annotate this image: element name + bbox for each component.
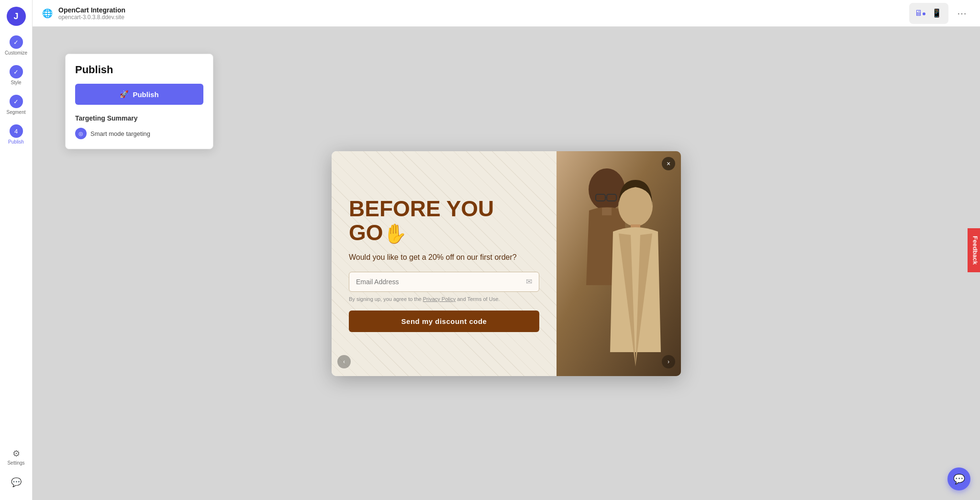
device-toggle: 🖥 📱 [909,3,948,24]
sidebar-item-publish[interactable]: 4 Publish [0,120,32,149]
close-icon: × [667,160,670,167]
sidebar-item-chat[interactable]: 💬 [0,472,32,492]
privacy-text: By signing up, you agree to the Privacy … [349,296,539,303]
checkmark-icon-segment: ✓ [13,98,19,105]
topbar: 🌐 OpenCart Integration opencart-3.0.3.8.… [33,0,980,27]
modal-next-arrow[interactable]: › [662,355,675,368]
site-title: OpenCart Integration [58,6,903,14]
email-input-row: ✉ [349,272,539,292]
chat-icon: 💬 [11,477,22,488]
preview-canvas: Publish 🚀 Publish Targeting Summary ◎ Sm… [33,27,980,500]
arrow-right-icon: › [668,358,669,365]
publish-panel-title: Publish [75,64,203,76]
segment-step-icon: ✓ [10,95,23,108]
settings-icon: ⚙ [12,448,20,459]
submit-label: Send my discount code [401,317,487,325]
targeting-summary-title: Targeting Summary [75,114,203,122]
email-icon: ✉ [519,277,539,286]
modal-subtext: Would you like to get a 20% off on our f… [349,252,539,263]
mobile-view-btn[interactable]: 📱 [929,5,947,22]
desktop-view-btn[interactable]: 🖥 [911,5,928,22]
site-url: opencart-3.0.3.8.ddev.site [58,14,903,21]
checkmark-icon: ✓ [13,39,19,46]
main-area: 🌐 OpenCart Integration opencart-3.0.3.8.… [33,0,980,500]
publish-step-icon: 4 [10,124,23,138]
sidebar-label-customize: Customize [5,50,27,56]
settings-label: Settings [7,460,24,466]
feedback-label: Feedback [972,236,979,265]
sidebar-item-settings[interactable]: ⚙ Settings [0,444,32,470]
desktop-icon: 🖥 [914,9,923,18]
feedback-button[interactable]: Feedback [968,228,980,272]
more-icon: ⋯ [957,8,967,19]
couple-illustration [557,151,681,376]
globe-icon: 🌐 [42,8,53,19]
svg-rect-5 [602,208,612,215]
modal-prev-arrow[interactable]: ‹ [337,355,351,368]
chat-bubble-icon: 💬 [953,473,965,485]
target-dot-icon: ◎ [78,131,83,137]
topbar-actions: 🖥 📱 ⋯ [909,3,970,24]
more-options-btn[interactable]: ⋯ [953,5,970,22]
modal-heading-line1: BEFORE YOU [349,196,494,221]
publish-step-number: 4 [14,128,18,135]
sidebar-bottom: ⚙ Settings 💬 [0,444,32,500]
modal-left-panel: BEFORE YOU GO✋ Would you like to get a 2… [332,151,557,376]
sidebar-label-segment: Segment [6,110,25,115]
modal-heading: BEFORE YOU GO✋ [349,197,539,245]
targeting-icon: ◎ [75,128,87,139]
modal-emoji: ✋ [383,223,407,244]
publish-btn-label: Publish [133,90,158,99]
popup-modal: BEFORE YOU GO✋ Would you like to get a 2… [332,151,681,376]
submit-discount-button[interactable]: Send my discount code [349,311,539,332]
modal-close-button[interactable]: × [662,157,675,170]
mobile-icon: 📱 [932,8,942,18]
topbar-title-group: OpenCart Integration opencart-3.0.3.8.dd… [58,6,903,21]
rocket-icon: 🚀 [120,90,129,99]
publish-panel: Publish 🚀 Publish Targeting Summary ◎ Sm… [65,54,213,149]
modal-right-panel [557,151,681,376]
sidebar-label-style: Style [11,80,21,85]
arrow-left-icon: ‹ [343,358,345,365]
couple-image [557,151,681,376]
publish-button[interactable]: 🚀 Publish [75,84,203,105]
customize-step-icon: ✓ [10,35,23,49]
checkmark-icon-style: ✓ [13,68,19,76]
email-input[interactable] [349,272,519,291]
targeting-item: ◎ Smart mode targeting [75,128,203,139]
app-logo[interactable]: J [7,7,26,26]
targeting-label: Smart mode targeting [90,130,150,137]
chat-button[interactable]: 💬 [947,467,970,490]
sidebar: J ✓ Customize ✓ Style ✓ Segment 4 Publis… [0,0,33,500]
modal-heading-line2: GO [349,220,383,245]
sidebar-item-customize[interactable]: ✓ Customize [0,31,32,60]
sidebar-item-style[interactable]: ✓ Style [0,60,32,90]
sidebar-item-segment[interactable]: ✓ Segment [0,90,32,120]
sidebar-label-publish: Publish [8,139,24,144]
privacy-policy-link[interactable]: Privacy Policy [423,296,456,302]
style-step-icon: ✓ [10,65,23,78]
